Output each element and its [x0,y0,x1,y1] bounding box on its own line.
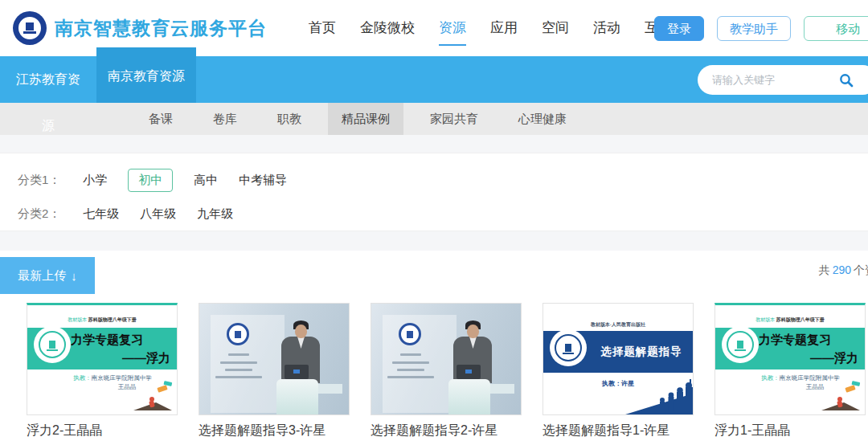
video-title[interactable]: 选择题解题指导1-许星 [542,423,694,439]
video-title[interactable]: 浮力1-王晶晶 [714,423,866,439]
crowd-silhouette-illustration [625,379,693,414]
filter-grade-9[interactable]: 九年级 [197,206,233,222]
filter-exam-coaching[interactable]: 中考辅导 [239,173,287,188]
search-button[interactable] [830,65,862,95]
filter-grade-8[interactable]: 八年级 [140,206,176,222]
filter-junior-high[interactable]: 初中 [128,169,173,192]
tab-jiangsu-resources[interactable]: 江苏教育资源 [0,56,96,103]
video-card[interactable]: 教材版本 苏科版物理八年级下册 力学专题复习 ——浮力 执教：南京晓庄学院附属中… [27,303,178,439]
filter-row1-label: 分类1： [18,173,60,188]
video-title[interactable]: 浮力2-王晶晶 [27,423,178,439]
site-logo-icon [13,11,47,45]
podium [448,379,490,415]
filter-grade-7[interactable]: 七年级 [83,206,119,222]
video-card[interactable]: 教材版本·人民教育出版社 选择题解题指导 执教：许星 选 [542,303,694,439]
nav-item-resources[interactable]: 资源 [439,10,466,46]
video-card[interactable]: 选择题解题指导3-许星 [199,303,350,439]
video-card[interactable]: 教材版本 苏科版物理八年级下册 力学专题复习 ——浮力 执教：南京晓庄学院附属中… [714,303,866,439]
resource-tabs-bar: 江苏教育资源 南京教育资源 [0,56,868,103]
filter-row-1: 分类1： 小学 初中 高中 中考辅导 [18,166,868,194]
video-thumbnail[interactable]: 教材版本·人民教育出版社 选择题解题指导 执教：许星 [542,303,694,415]
bureau-seal-icon [227,323,249,345]
filter-senior-high[interactable]: 高中 [194,173,218,188]
category-home-school[interactable]: 家园共育 [416,103,492,135]
nav-item-apps[interactable]: 应用 [490,10,518,46]
nav-item-space[interactable]: 空间 [542,10,569,46]
sort-latest-button[interactable]: 最新上传↓ [0,257,95,294]
mobile-app-button[interactable]: 移动 [804,16,868,41]
paper-plane-illustration [818,380,862,412]
spacer [0,231,868,251]
category-lesson-prep[interactable]: 备课 [135,103,186,135]
category-premium-lessons[interactable]: 精品课例 [328,103,403,135]
tab-nanjing-resources[interactable]: 南京教育资源 [96,47,196,103]
teaching-assistant-button[interactable]: 教学助手 [717,16,791,41]
video-title[interactable]: 选择题解题指导2-许星 [371,423,522,439]
paper-plane-illustration [130,380,174,412]
video-thumbnail[interactable]: 教材版本 苏科版物理八年级下册 力学专题复习 ——浮力 执教：南京晓庄学院附属中… [27,303,178,415]
category-vocational[interactable]: 职教 [264,103,315,135]
video-thumbnail[interactable] [199,303,350,415]
category-paper-bank[interactable]: 卷库 [199,103,251,135]
category-mental-health[interactable]: 心理健康 [505,103,580,135]
nav-item-home[interactable]: 首页 [309,10,336,46]
filter-row2-label: 分类2： [18,206,60,222]
school-seal-icon [722,326,759,363]
site-title: 南京智慧教育云服务平台 [55,16,267,41]
header-buttons: 登录 教学助手 移动 [654,16,868,41]
results-section: 最新上传↓ 共290个资源 教材版本 苏科版物理八年级下册 力学专题复习 ——浮… [0,251,868,439]
slide-heading: 选择题解题指导 [590,345,693,359]
result-count: 共290个资源 [819,263,868,278]
school-seal-icon [550,329,587,366]
nav-item-jinling-school[interactable]: 金陵微校 [360,10,415,46]
video-title[interactable]: 选择题解题指导3-许星 [199,423,350,439]
filter-row-2: 分类2： 七年级 八年级 九年级 [18,200,868,227]
video-card[interactable]: 选择题解题指导2-许星 [371,303,522,439]
slide-subheading: ——浮力 [810,351,858,366]
spacer [0,135,868,153]
video-thumbnail[interactable] [371,303,522,415]
slide-subheading: ——浮力 [122,351,170,366]
main-nav: 首页 金陵微校 资源 应用 空间 活动 互联 [309,10,684,46]
search-box [698,65,868,95]
page: 南京智慧教育云服务平台 首页 金陵微校 资源 应用 空间 活动 互联 登录 教学… [0,0,868,445]
nav-item-activities[interactable]: 活动 [593,10,620,46]
podium [276,379,318,415]
slide-heading: 力学专题复习 [759,333,831,348]
search-input[interactable] [698,74,830,86]
video-card-list: 教材版本 苏科版物理八年级下册 力学专题复习 ——浮力 执教：南京晓庄学院附属中… [0,303,868,439]
bureau-seal-icon [399,323,421,345]
arrow-down-icon: ↓ [71,269,77,283]
search-icon [839,73,854,88]
school-seal-icon [34,326,71,363]
filter-primary-school[interactable]: 小学 [83,173,107,188]
video-thumbnail[interactable]: 教材版本 苏科版物理八年级下册 力学专题复习 ——浮力 执教：南京晓庄学院附属中… [714,303,866,415]
login-button[interactable]: 登录 [654,16,704,41]
filter-panel: 分类1： 小学 初中 高中 中考辅导 分类2： 七年级 八年级 九年级 [0,153,868,231]
category-bar: 备课 卷库 职教 精品课例 家园共育 心理健康 [0,103,868,135]
slide-heading: 力学专题复习 [71,333,143,348]
